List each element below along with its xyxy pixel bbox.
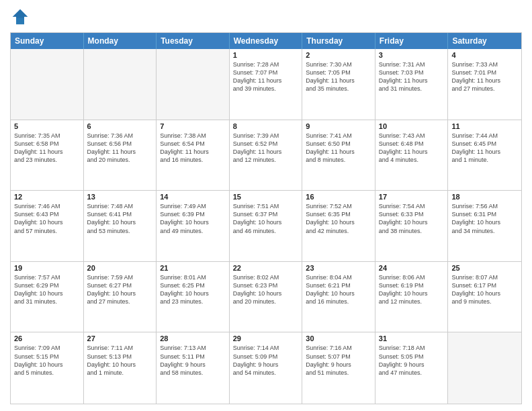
cal-cell: 24Sunrise: 8:06 AM Sunset: 6:19 PM Dayli…	[375, 262, 449, 332]
day-number: 11	[451, 122, 518, 130]
cal-cell: 7Sunrise: 7:38 AM Sunset: 6:54 PM Daylig…	[157, 120, 230, 191]
cal-cell: 27Sunrise: 7:11 AM Sunset: 5:13 PM Dayli…	[84, 332, 157, 404]
cal-cell	[84, 49, 157, 120]
day-number: 13	[87, 193, 153, 201]
day-number: 25	[451, 264, 518, 272]
day-info: Sunrise: 7:49 AM Sunset: 6:39 PM Dayligh…	[160, 202, 226, 235]
cal-cell: 18Sunrise: 7:56 AM Sunset: 6:31 PM Dayli…	[448, 191, 521, 261]
day-number: 27	[87, 334, 153, 342]
day-info: Sunrise: 7:31 AM Sunset: 7:03 PM Dayligh…	[379, 60, 445, 93]
cal-header-monday: Monday	[84, 33, 157, 49]
day-info: Sunrise: 7:09 AM Sunset: 5:15 PM Dayligh…	[14, 344, 80, 377]
day-number: 30	[306, 334, 371, 342]
cal-week-2: 5Sunrise: 7:35 AM Sunset: 6:58 PM Daylig…	[11, 120, 521, 191]
day-info: Sunrise: 8:04 AM Sunset: 6:21 PM Dayligh…	[306, 273, 371, 306]
day-number: 31	[379, 334, 445, 342]
day-number: 7	[160, 122, 226, 130]
day-info: Sunrise: 7:13 AM Sunset: 5:11 PM Dayligh…	[160, 344, 226, 377]
day-number: 17	[379, 193, 445, 201]
day-info: Sunrise: 7:54 AM Sunset: 6:33 PM Dayligh…	[379, 202, 445, 235]
cal-header-sunday: Sunday	[11, 33, 84, 49]
day-number: 16	[306, 193, 371, 201]
cal-cell: 22Sunrise: 8:02 AM Sunset: 6:23 PM Dayli…	[230, 262, 303, 332]
cal-cell: 6Sunrise: 7:36 AM Sunset: 6:56 PM Daylig…	[84, 120, 157, 191]
day-info: Sunrise: 7:11 AM Sunset: 5:13 PM Dayligh…	[87, 344, 153, 377]
cal-header-saturday: Saturday	[448, 33, 521, 49]
cal-cell: 5Sunrise: 7:35 AM Sunset: 6:58 PM Daylig…	[11, 120, 84, 191]
day-info: Sunrise: 7:57 AM Sunset: 6:29 PM Dayligh…	[14, 273, 80, 306]
day-number: 8	[233, 122, 299, 130]
cal-cell: 10Sunrise: 7:43 AM Sunset: 6:48 PM Dayli…	[375, 120, 449, 191]
calendar-header-row: SundayMondayTuesdayWednesdayThursdayFrid…	[11, 33, 521, 49]
cal-cell: 12Sunrise: 7:46 AM Sunset: 6:43 PM Dayli…	[11, 191, 84, 261]
cal-cell: 4Sunrise: 7:33 AM Sunset: 7:01 PM Daylig…	[448, 49, 521, 120]
cal-cell: 17Sunrise: 7:54 AM Sunset: 6:33 PM Dayli…	[375, 191, 449, 261]
day-info: Sunrise: 7:48 AM Sunset: 6:41 PM Dayligh…	[87, 202, 153, 235]
day-info: Sunrise: 7:46 AM Sunset: 6:43 PM Dayligh…	[14, 202, 80, 235]
day-info: Sunrise: 7:41 AM Sunset: 6:50 PM Dayligh…	[306, 132, 371, 165]
day-info: Sunrise: 7:51 AM Sunset: 6:37 PM Dayligh…	[233, 202, 299, 235]
cal-cell: 14Sunrise: 7:49 AM Sunset: 6:39 PM Dayli…	[157, 191, 230, 261]
logo-icon	[10, 7, 30, 27]
day-info: Sunrise: 7:35 AM Sunset: 6:58 PM Dayligh…	[14, 132, 80, 165]
day-info: Sunrise: 7:39 AM Sunset: 6:52 PM Dayligh…	[233, 132, 299, 165]
logo	[10, 7, 33, 27]
cal-cell: 9Sunrise: 7:41 AM Sunset: 6:50 PM Daylig…	[302, 120, 375, 191]
day-number: 10	[379, 122, 445, 130]
day-info: Sunrise: 7:59 AM Sunset: 6:27 PM Dayligh…	[87, 273, 153, 306]
cal-cell	[11, 49, 84, 120]
cal-cell: 11Sunrise: 7:44 AM Sunset: 6:45 PM Dayli…	[448, 120, 521, 191]
cal-cell: 28Sunrise: 7:13 AM Sunset: 5:11 PM Dayli…	[157, 332, 230, 404]
day-number: 2	[306, 51, 371, 59]
day-info: Sunrise: 7:43 AM Sunset: 6:48 PM Dayligh…	[379, 132, 445, 165]
day-info: Sunrise: 7:30 AM Sunset: 7:05 PM Dayligh…	[306, 60, 371, 93]
day-info: Sunrise: 8:02 AM Sunset: 6:23 PM Dayligh…	[233, 273, 299, 306]
day-number: 18	[451, 193, 518, 201]
day-number: 6	[87, 122, 153, 130]
cal-cell: 26Sunrise: 7:09 AM Sunset: 5:15 PM Dayli…	[11, 332, 84, 404]
day-number: 21	[160, 264, 226, 272]
day-number: 5	[14, 122, 80, 130]
cal-week-1: 1Sunrise: 7:28 AM Sunset: 7:07 PM Daylig…	[11, 49, 521, 120]
day-number: 15	[233, 193, 299, 201]
calendar: SundayMondayTuesdayWednesdayThursdayFrid…	[10, 32, 522, 404]
day-number: 23	[306, 264, 371, 272]
day-number: 3	[379, 51, 445, 59]
cal-cell: 15Sunrise: 7:51 AM Sunset: 6:37 PM Dayli…	[230, 191, 303, 261]
day-info: Sunrise: 7:16 AM Sunset: 5:07 PM Dayligh…	[306, 344, 371, 377]
cal-cell: 23Sunrise: 8:04 AM Sunset: 6:21 PM Dayli…	[302, 262, 375, 332]
day-info: Sunrise: 7:33 AM Sunset: 7:01 PM Dayligh…	[451, 60, 518, 93]
header	[10, 7, 522, 27]
day-info: Sunrise: 7:38 AM Sunset: 6:54 PM Dayligh…	[160, 132, 226, 165]
cal-cell: 30Sunrise: 7:16 AM Sunset: 5:07 PM Dayli…	[302, 332, 375, 404]
cal-cell: 31Sunrise: 7:18 AM Sunset: 5:05 PM Dayli…	[375, 332, 449, 404]
day-number: 14	[160, 193, 226, 201]
day-number: 22	[233, 264, 299, 272]
day-info: Sunrise: 8:07 AM Sunset: 6:17 PM Dayligh…	[451, 273, 518, 306]
cal-header-tuesday: Tuesday	[157, 33, 230, 49]
day-number: 28	[160, 334, 226, 342]
day-number: 19	[14, 264, 80, 272]
cal-cell: 16Sunrise: 7:52 AM Sunset: 6:35 PM Dayli…	[302, 191, 375, 261]
cal-cell	[448, 332, 521, 404]
day-info: Sunrise: 8:06 AM Sunset: 6:19 PM Dayligh…	[379, 273, 445, 306]
day-number: 12	[14, 193, 80, 201]
day-info: Sunrise: 7:44 AM Sunset: 6:45 PM Dayligh…	[451, 132, 518, 165]
day-info: Sunrise: 7:36 AM Sunset: 6:56 PM Dayligh…	[87, 132, 153, 165]
day-number: 1	[233, 51, 299, 59]
day-number: 26	[14, 334, 80, 342]
cal-week-3: 12Sunrise: 7:46 AM Sunset: 6:43 PM Dayli…	[11, 191, 521, 262]
day-info: Sunrise: 8:01 AM Sunset: 6:25 PM Dayligh…	[160, 273, 226, 306]
day-info: Sunrise: 7:28 AM Sunset: 7:07 PM Dayligh…	[233, 60, 299, 93]
cal-week-5: 26Sunrise: 7:09 AM Sunset: 5:15 PM Dayli…	[11, 332, 521, 404]
calendar-body: 1Sunrise: 7:28 AM Sunset: 7:07 PM Daylig…	[11, 49, 521, 404]
cal-cell: 29Sunrise: 7:14 AM Sunset: 5:09 PM Dayli…	[230, 332, 303, 404]
day-info: Sunrise: 7:14 AM Sunset: 5:09 PM Dayligh…	[233, 344, 299, 377]
day-info: Sunrise: 7:52 AM Sunset: 6:35 PM Dayligh…	[306, 202, 371, 235]
cal-cell: 3Sunrise: 7:31 AM Sunset: 7:03 PM Daylig…	[375, 49, 449, 120]
cal-cell: 19Sunrise: 7:57 AM Sunset: 6:29 PM Dayli…	[11, 262, 84, 332]
cal-week-4: 19Sunrise: 7:57 AM Sunset: 6:29 PM Dayli…	[11, 262, 521, 333]
day-number: 20	[87, 264, 153, 272]
page: SundayMondayTuesdayWednesdayThursdayFrid…	[0, 0, 532, 411]
cal-header-friday: Friday	[375, 33, 449, 49]
